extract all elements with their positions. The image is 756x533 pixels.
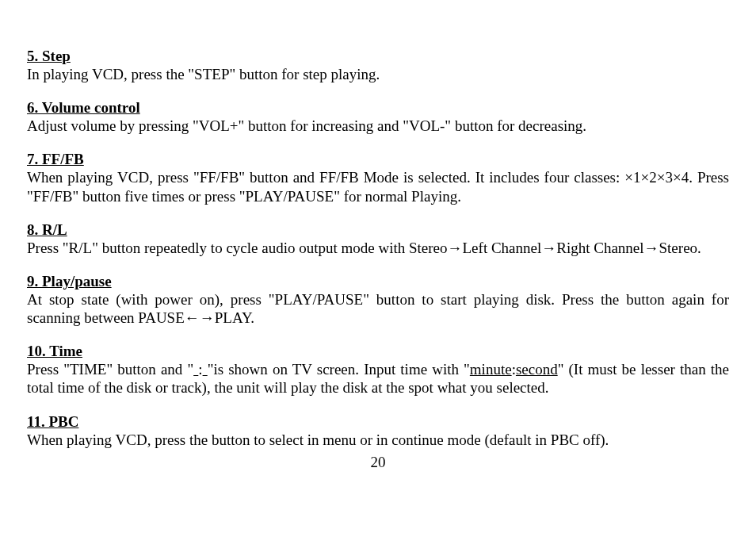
heading-pbc: 11. PBC bbox=[27, 413, 729, 431]
heading-rl: 8. R/L bbox=[27, 221, 729, 239]
body-rl: Press "R/L" button repeatedly to cycle a… bbox=[27, 239, 729, 257]
time-second: second bbox=[516, 361, 558, 378]
body-fffb: When playing VCD, press "FF/FB" button a… bbox=[27, 168, 729, 205]
heading-time: 10. Time bbox=[27, 343, 729, 360]
section-rl: 8. R/L Press "R/L" button repeatedly to … bbox=[27, 221, 729, 257]
section-time: 10. Time Press "TIME" button and " : "is… bbox=[27, 343, 729, 397]
heading-playpause: 9. Play/pause bbox=[27, 273, 729, 290]
section-fffb: 7. FF/FB When playing VCD, press "FF/FB"… bbox=[27, 151, 729, 205]
time-colon: : bbox=[198, 361, 202, 378]
time-minute: minute bbox=[470, 361, 512, 378]
document-page: 5. Step In playing VCD, press the "STEP"… bbox=[0, 0, 756, 471]
page-number: 20 bbox=[27, 454, 729, 471]
time-body-mid: "is shown on TV screen. Input time with … bbox=[208, 361, 470, 378]
time-body-pre: Press "TIME" button and " bbox=[27, 361, 193, 378]
body-time: Press "TIME" button and " : "is shown on… bbox=[27, 360, 729, 397]
body-volume: Adjust volume by pressing "VOL+" button … bbox=[27, 117, 729, 135]
section-pbc: 11. PBC When playing VCD, press the butt… bbox=[27, 413, 729, 449]
body-pbc: When playing VCD, press the button to se… bbox=[27, 431, 729, 449]
heading-fffb: 7. FF/FB bbox=[27, 151, 729, 168]
section-volume: 6. Volume control Adjust volume by press… bbox=[27, 99, 729, 135]
section-playpause: 9. Play/pause At stop state (with power … bbox=[27, 273, 729, 327]
body-playpause: At stop state (with power on), press "PL… bbox=[27, 290, 729, 327]
body-step: In playing VCD, press the "STEP" button … bbox=[27, 65, 729, 83]
section-step: 5. Step In playing VCD, press the "STEP"… bbox=[27, 48, 729, 83]
heading-step: 5. Step bbox=[27, 48, 729, 65]
heading-volume: 6. Volume control bbox=[27, 99, 729, 117]
